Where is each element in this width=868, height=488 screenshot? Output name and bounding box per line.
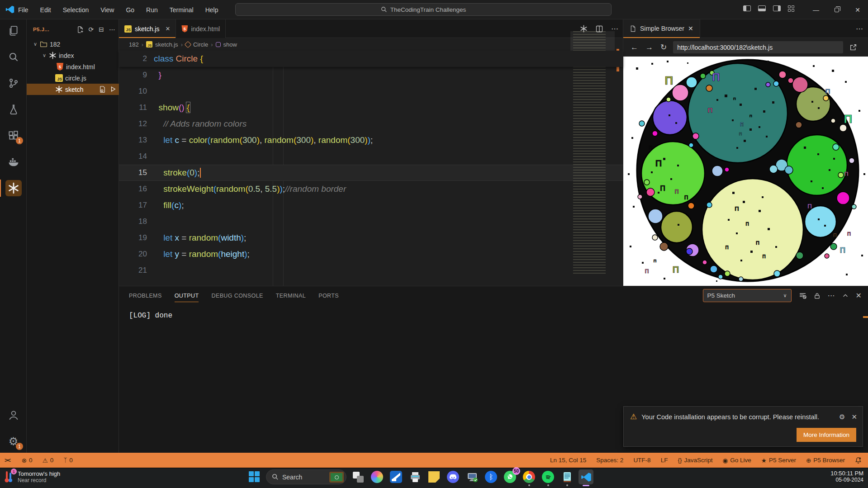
whatsapp-icon[interactable]: 50	[503, 469, 517, 484]
tree-item-index[interactable]: ∨ index	[27, 50, 119, 61]
sticky-scroll-line[interactable]: 2class Circle {	[119, 51, 623, 67]
mail-app-icon[interactable]	[389, 469, 403, 484]
customize-layout-icon[interactable]	[788, 5, 795, 12]
code-line[interactable]: 18	[119, 213, 623, 230]
command-center-search[interactable]: TheCodingTrain Challenges	[235, 3, 612, 16]
p5-sidebar-icon[interactable]	[0, 177, 27, 199]
tab-output[interactable]: OUTPUT	[175, 286, 199, 305]
run-sketch-icon[interactable]	[110, 86, 116, 92]
notepad-icon[interactable]	[560, 469, 574, 484]
breadcrumb-folder[interactable]: 182	[129, 41, 139, 48]
close-window-button[interactable]: ✕	[847, 0, 868, 19]
search-sidebar-icon[interactable]	[0, 46, 27, 68]
tree-item-index-html[interactable]: 5 index.html	[27, 61, 119, 72]
maximize-panel-icon[interactable]	[842, 293, 849, 299]
tab-index-html[interactable]: 5 index.html	[176, 19, 226, 38]
settings-gear-icon[interactable]: ⚙ 1	[0, 430, 27, 453]
remote-desktop-icon[interactable]	[465, 469, 479, 484]
code-line[interactable]: 9 }	[119, 67, 623, 83]
more-information-button[interactable]: More Information	[797, 428, 856, 442]
browser-more-actions-icon[interactable]: ⋯	[856, 24, 863, 33]
printer-icon[interactable]	[408, 469, 422, 484]
close-panel-icon[interactable]: ✕	[856, 291, 862, 300]
explorer-title[interactable]: P5.J...	[33, 27, 49, 32]
copilot-icon[interactable]	[370, 469, 384, 484]
minimize-button[interactable]: —	[806, 0, 826, 19]
chrome-icon[interactable]	[522, 469, 536, 484]
code-line[interactable]: 20 let y = random(height);	[119, 246, 623, 262]
encoding[interactable]: UTF-8	[633, 457, 650, 464]
minimap[interactable]	[570, 31, 615, 275]
ports-indicator[interactable]: ᛉ0	[63, 457, 73, 464]
output-channel-select[interactable]: P5 Sketch ∨	[703, 289, 792, 302]
taskbar-search[interactable]: Search	[266, 469, 346, 484]
discord-icon[interactable]	[446, 469, 460, 484]
new-file-icon[interactable]	[77, 26, 84, 33]
toggle-sidebar-icon[interactable]	[743, 5, 751, 11]
explorer-icon[interactable]	[0, 19, 27, 42]
code-line[interactable]: 16 strokeWeight(random(0.5, 5.5));//rand…	[119, 181, 623, 197]
go-live-button[interactable]: ◉Go Live	[722, 457, 751, 464]
close-tab-icon[interactable]: ✕	[688, 25, 693, 32]
tab-ports[interactable]: PORTS	[318, 286, 339, 305]
tab-terminal[interactable]: TERMINAL	[276, 286, 306, 305]
start-button[interactable]	[247, 469, 262, 484]
open-file-icon[interactable]	[99, 86, 106, 93]
search-highlight-icon[interactable]	[329, 472, 344, 483]
browser-forward-icon[interactable]: →	[645, 43, 653, 52]
tree-item-182[interactable]: ∨ 182	[27, 38, 119, 50]
menu-help[interactable]: Help	[205, 6, 218, 14]
panel-more-actions-icon[interactable]: ⋯	[828, 291, 835, 300]
task-view-icon[interactable]	[351, 469, 365, 484]
vscode-taskbar-icon[interactable]	[579, 469, 593, 484]
tab-debug-console[interactable]: DEBUG CONSOLE	[211, 286, 263, 305]
p5-server-button[interactable]: ★P5 Server	[761, 457, 796, 464]
warnings-indicator[interactable]: ⚠0	[43, 457, 54, 464]
notification-settings-icon[interactable]: ⚙	[839, 413, 845, 421]
code-line[interactable]: 21	[119, 262, 623, 279]
weather-widget[interactable]: 1 Tomorrow's high Near record	[4, 470, 60, 483]
close-tab-icon[interactable]: ✕	[165, 25, 170, 32]
code-line[interactable]: 12 // Adds random colors	[119, 116, 623, 132]
sticky-notes-icon[interactable]	[427, 469, 441, 484]
toggle-secondary-sidebar-icon[interactable]	[773, 5, 781, 11]
notification-close-icon[interactable]: ✕	[851, 413, 857, 421]
restore-button[interactable]	[826, 0, 847, 19]
remote-indicator[interactable]: ><	[5, 457, 10, 464]
source-control-icon[interactable]	[0, 72, 27, 95]
bluetooth-icon[interactable]: ᛒ	[484, 469, 498, 484]
taskbar-clock[interactable]: 10:50:11 PM 05-09-2024	[830, 470, 863, 483]
code-line[interactable]: 11 show() {	[119, 99, 623, 116]
code-editor[interactable]: 9 }1011 show() {12 // Adds random colors…	[119, 67, 623, 286]
breadcrumb-file[interactable]: sketch.js	[155, 41, 178, 48]
tab-sketch-js[interactable]: JS sketch.js ✕	[119, 19, 176, 38]
extensions-icon[interactable]: 1	[0, 124, 27, 147]
menu-terminal[interactable]: Terminal	[170, 6, 194, 14]
code-line[interactable]: 14	[119, 148, 623, 165]
menu-file[interactable]: File	[18, 6, 28, 14]
p5-browser-button[interactable]: ⊕P5 Browser	[806, 457, 845, 464]
code-line[interactable]: 19 let x = random(width);	[119, 230, 623, 246]
cursor-position[interactable]: Ln 15, Col 15	[550, 457, 586, 464]
tree-item-sketch[interactable]: sketch	[27, 84, 119, 95]
errors-indicator[interactable]: ⊗0	[22, 457, 33, 464]
menu-edit[interactable]: Edit	[40, 6, 51, 14]
breadcrumb[interactable]: 182 › JS sketch.js › Circle › show	[119, 38, 623, 51]
browser-reload-icon[interactable]: ↻	[660, 43, 667, 52]
code-line[interactable]: 13 let c = color(random(300), random(300…	[119, 132, 623, 148]
docker-icon[interactable]	[0, 151, 27, 173]
menu-selection[interactable]: Selection	[63, 6, 89, 14]
notifications-bell-icon[interactable]	[855, 457, 862, 464]
collapse-folders-icon[interactable]: ⊟	[99, 26, 104, 33]
breadcrumb-class[interactable]: Circle	[193, 41, 208, 48]
spotify-icon[interactable]	[541, 469, 555, 484]
code-line[interactable]: 10	[119, 83, 623, 99]
lock-output-icon[interactable]	[814, 292, 821, 299]
tab-problems[interactable]: PROBLEMS	[129, 286, 162, 305]
breadcrumb-method[interactable]: show	[223, 41, 237, 48]
clear-output-icon[interactable]	[799, 292, 806, 299]
language-mode[interactable]: {}JavaScript	[678, 457, 712, 464]
menu-run[interactable]: Run	[146, 6, 158, 14]
menu-view[interactable]: View	[100, 6, 114, 14]
code-line[interactable]: 15 stroke(0);	[119, 165, 623, 181]
